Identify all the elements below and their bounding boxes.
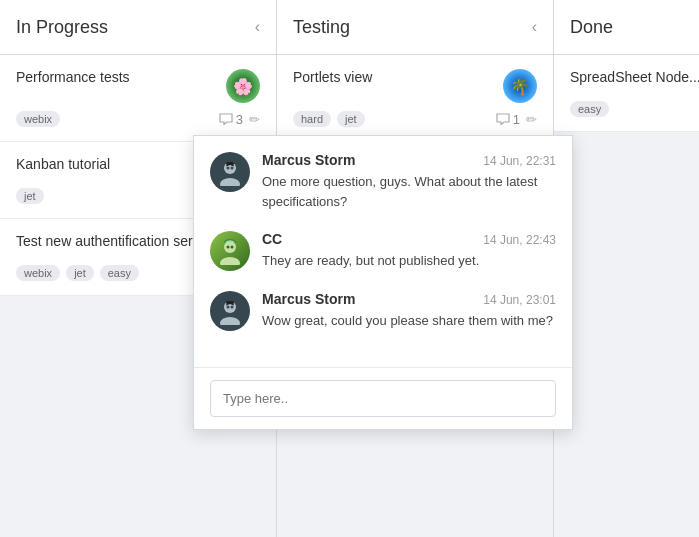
column-done: Done SpreadSheet Node... easy [554,0,699,537]
chat-time-3: 14 Jun, 23:01 [483,293,556,307]
svg-point-1 [220,178,240,186]
card-performance-tests[interactable]: Performance tests 🌸 webix 3 [0,55,276,142]
chat-messages-area: Marcus Storm 14 Jun, 22:31 One more ques… [194,136,572,368]
chat-author-1: Marcus Storm [262,152,355,168]
chat-message-2: CC 14 Jun, 22:43 They are ready, but not… [210,231,556,271]
chat-avatar-cc [210,231,250,271]
chat-message-3: Marcus Storm 14 Jun, 23:01 Wow great, co… [210,291,556,331]
card-spreadsheet[interactable]: SpreadSheet Node... easy [554,55,699,132]
svg-point-7 [227,246,230,249]
avatar-portlets: 🌴 [503,69,537,103]
tag-easy-spreadsheet: easy [570,101,609,117]
comment-count-performance: 3 [219,112,243,127]
tag-webix-1: webix [16,111,60,127]
column-header-testing: Testing ‹ [277,0,553,55]
chat-popup: Marcus Storm 14 Jun, 22:31 One more ques… [193,135,573,430]
column-body-done: SpreadSheet Node... easy [554,55,699,537]
chat-avatar-marcus-1 [210,152,250,192]
chat-content-2: CC 14 Jun, 22:43 They are ready, but not… [262,231,556,271]
edit-icon-performance[interactable]: ✏ [249,112,260,127]
comment-count-portlets: 1 [496,112,520,127]
chat-author-3: Marcus Storm [262,291,355,307]
svg-point-5 [224,241,236,253]
tag-webix-auth: webix [16,265,60,281]
edit-icon-portlets[interactable]: ✏ [526,112,537,127]
chat-text-3: Wow great, could you please share them w… [262,311,556,331]
column-header-done: Done [554,0,699,55]
tag-easy-auth: easy [100,265,139,281]
card-title-kanban: Kanban tutorial [16,156,110,172]
card-title-portlets: Portlets view [293,69,372,85]
chat-content-3: Marcus Storm 14 Jun, 23:01 Wow great, co… [262,291,556,331]
tag-jet-portlets: jet [337,111,365,127]
chevron-left-icon-in-progress[interactable]: ‹ [255,18,260,36]
column-header-in-progress: In Progress ‹ [0,0,276,55]
svg-point-2 [227,167,230,170]
svg-point-3 [231,167,234,170]
column-title-done: Done [570,17,613,38]
chat-avatar-marcus-3 [210,291,250,331]
card-title-auth: Test new authentification service [16,233,218,249]
chat-content-1: Marcus Storm 14 Jun, 22:31 One more ques… [262,152,556,211]
card-title-spreadsheet: SpreadSheet Node... [570,69,699,85]
chevron-left-icon-testing[interactable]: ‹ [532,18,537,36]
card-title-performance: Performance tests [16,69,130,85]
avatar-performance: 🌸 [226,69,260,103]
chat-time-1: 14 Jun, 22:31 [483,154,556,168]
chat-text-1: One more question, guys. What about the … [262,172,556,211]
svg-point-10 [220,317,240,325]
svg-point-11 [227,306,230,309]
svg-point-12 [231,306,234,309]
svg-point-6 [220,257,240,265]
chat-time-2: 14 Jun, 22:43 [483,233,556,247]
tag-jet-kanban: jet [16,188,44,204]
kanban-board: In Progress ‹ Performance tests 🌸 webix [0,0,699,537]
chat-text-2: They are ready, but not published yet. [262,251,556,271]
chat-input-area [194,368,572,429]
chat-input[interactable] [210,380,556,417]
tag-hard-portlets: hard [293,111,331,127]
svg-point-8 [231,246,234,249]
tag-jet-auth: jet [66,265,94,281]
column-title-testing: Testing [293,17,350,38]
card-portlets-view[interactable]: Portlets view 🌴 hard jet 1 [277,55,553,142]
chat-message-1: Marcus Storm 14 Jun, 22:31 One more ques… [210,152,556,211]
chat-author-2: CC [262,231,282,247]
column-title-in-progress: In Progress [16,17,108,38]
